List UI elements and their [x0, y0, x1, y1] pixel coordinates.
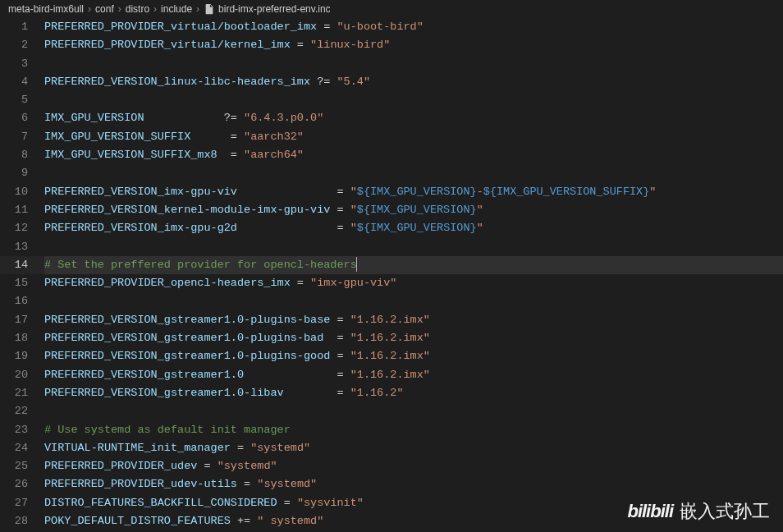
- line-number[interactable]: 24: [0, 439, 28, 457]
- line-number[interactable]: 28: [0, 512, 28, 530]
- line-number[interactable]: 1: [0, 18, 28, 36]
- code-line[interactable]: IMX_GPU_VERSION_SUFFIX_mx8 = "aarch64": [44, 146, 783, 164]
- breadcrumb[interactable]: meta-bird-imx6ull › conf › distro › incl…: [0, 0, 783, 18]
- breadcrumb-item[interactable]: distro: [126, 3, 149, 15]
- code-line[interactable]: PREFERRED_VERSION_gstreamer1.0-plugins-g…: [44, 347, 783, 365]
- code-line[interactable]: PREFERRED_VERSION_gstreamer1.0-plugins-b…: [44, 311, 783, 329]
- watermark-text: 嵌入式孙工: [680, 499, 770, 524]
- code-line[interactable]: [44, 55, 783, 73]
- line-number[interactable]: 2: [0, 36, 28, 54]
- code-line[interactable]: [44, 91, 783, 109]
- code-line[interactable]: VIRTUAL-RUNTIME_init_manager = "systemd": [44, 439, 783, 457]
- code-line[interactable]: PREFERRED_VERSION_imx-gpu-viv = "${IMX_G…: [44, 183, 783, 201]
- line-number[interactable]: 9: [0, 164, 28, 182]
- breadcrumb-file[interactable]: bird-imx-preferred-env.inc: [218, 3, 330, 15]
- line-number[interactable]: 21: [0, 384, 28, 402]
- line-number[interactable]: 20: [0, 366, 28, 384]
- code-line[interactable]: PREFERRED_VERSION_imx-gpu-g2d = "${IMX_G…: [44, 219, 783, 237]
- chevron-right-icon: ›: [196, 3, 199, 15]
- breadcrumb-item[interactable]: meta-bird-imx6ull: [8, 3, 84, 15]
- line-number[interactable]: 7: [0, 128, 28, 146]
- breadcrumb-item[interactable]: include: [161, 3, 192, 15]
- code-line[interactable]: IMX_GPU_VERSION ?= "6.4.3.p0.0": [44, 109, 783, 127]
- code-line[interactable]: # Set the preffered provider for opencl-…: [44, 256, 783, 274]
- watermark: bilibili 嵌入式孙工: [627, 499, 770, 524]
- code-line[interactable]: PREFERRED_PROVIDER_udev = "systemd": [44, 457, 783, 475]
- line-number[interactable]: 13: [0, 238, 28, 256]
- line-number[interactable]: 15: [0, 274, 28, 292]
- code-line[interactable]: [44, 402, 783, 420]
- code-line[interactable]: PREFERRED_PROVIDER_virtual/kernel_imx = …: [44, 36, 783, 54]
- code-content[interactable]: PREFERRED_PROVIDER_virtual/bootloader_im…: [39, 18, 783, 532]
- line-number[interactable]: 18: [0, 329, 28, 347]
- code-line[interactable]: PREFERRED_VERSION_gstreamer1.0-plugins-b…: [44, 329, 783, 347]
- line-number[interactable]: 14: [0, 256, 28, 274]
- line-number[interactable]: 5: [0, 91, 28, 109]
- code-line[interactable]: PREFERRED_VERSION_gstreamer1.0-libav = "…: [44, 384, 783, 402]
- code-line[interactable]: IMX_GPU_VERSION_SUFFIX = "aarch32": [44, 128, 783, 146]
- code-line[interactable]: # Use systemd as default init manager: [44, 421, 783, 439]
- text-cursor: [356, 257, 358, 272]
- line-number[interactable]: 10: [0, 183, 28, 201]
- line-number[interactable]: 26: [0, 475, 28, 493]
- line-number[interactable]: 8: [0, 146, 28, 164]
- bilibili-logo-icon: bilibili: [627, 501, 673, 522]
- line-number[interactable]: 22: [0, 402, 28, 420]
- line-number[interactable]: 11: [0, 201, 28, 219]
- line-number[interactable]: 17: [0, 311, 28, 329]
- line-number[interactable]: 4: [0, 73, 28, 91]
- code-editor[interactable]: 1234567891011121314151617181920212223242…: [0, 18, 783, 532]
- code-line[interactable]: PREFERRED_VERSION_kernel-module-imx-gpu-…: [44, 201, 783, 219]
- code-line[interactable]: PREFERRED_VERSION_linux-libc-headers_imx…: [44, 73, 783, 91]
- line-number[interactable]: 12: [0, 219, 28, 237]
- line-number[interactable]: 6: [0, 109, 28, 127]
- line-number[interactable]: 16: [0, 292, 28, 310]
- chevron-right-icon: ›: [88, 3, 91, 15]
- line-number[interactable]: 25: [0, 457, 28, 475]
- code-line[interactable]: PREFERRED_PROVIDER_udev-utils = "systemd…: [44, 475, 783, 493]
- code-line[interactable]: PREFERRED_VERSION_gstreamer1.0 = "1.16.2…: [44, 366, 783, 384]
- chevron-right-icon: ›: [118, 3, 121, 15]
- code-line[interactable]: [44, 164, 783, 182]
- breadcrumb-item[interactable]: conf: [95, 3, 114, 15]
- code-line[interactable]: PREFERRED_PROVIDER_opencl-headers_imx = …: [44, 274, 783, 292]
- line-number[interactable]: 3: [0, 55, 28, 73]
- chevron-right-icon: ›: [153, 3, 157, 15]
- line-number[interactable]: 23: [0, 421, 28, 439]
- line-number-gutter[interactable]: 1234567891011121314151617181920212223242…: [0, 18, 39, 532]
- line-number[interactable]: 19: [0, 347, 28, 365]
- code-line[interactable]: [44, 292, 783, 310]
- code-line[interactable]: [44, 238, 783, 256]
- line-number[interactable]: 27: [0, 494, 28, 512]
- file-icon: [204, 3, 215, 15]
- code-line[interactable]: PREFERRED_PROVIDER_virtual/bootloader_im…: [44, 18, 783, 36]
